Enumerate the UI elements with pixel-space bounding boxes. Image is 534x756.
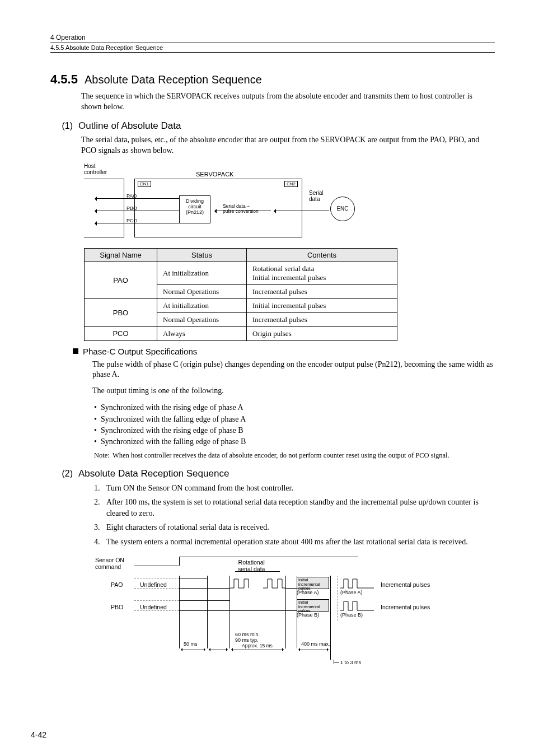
encoder-circle: ENC	[330, 197, 355, 221]
dim-50ms	[182, 650, 204, 650]
dim-extra	[210, 650, 227, 650]
t1-3-label: 1 to 3 ms	[340, 660, 361, 665]
undefined-pao: Undefined	[140, 581, 167, 588]
cn1-label: CN1	[138, 181, 151, 187]
th-signal-name: Signal Name	[85, 248, 157, 262]
serial-data-label: Serial data	[309, 190, 324, 202]
cell: Normal Operations	[157, 312, 247, 326]
inc-pulses-label-pao: Incremental pulses	[381, 581, 430, 588]
t400-label: 400 ms max.	[301, 641, 330, 647]
dim-60ms	[232, 650, 283, 650]
marker-6	[330, 576, 331, 660]
section-title: 4.5.5Absolute Data Reception Sequence	[50, 72, 495, 87]
inc-pulses-pbo	[340, 600, 374, 612]
step-text: Turn ON the Sensor ON command from the h…	[106, 483, 293, 494]
servopack-label: SERVOPACK	[196, 171, 233, 178]
subsection-2-title: Absolute Data Reception Sequence	[78, 468, 229, 479]
list-item: •Synchronized with the falling edge of p…	[94, 414, 495, 425]
cell: Rotational serial data Initial increment…	[247, 262, 397, 284]
section-title-text: Absolute Data Reception Sequence	[85, 73, 262, 86]
host-label: Host controller	[84, 163, 107, 175]
header-subsection: 4.5.5 Absolute Data Reception Sequence	[50, 44, 495, 51]
pao-seg-gap	[285, 588, 297, 589]
phase-a-label-1: (Phase A)	[297, 590, 319, 595]
phase-c-heading: Phase-C Output Specifications	[73, 347, 495, 356]
cell-pco: PCO	[85, 326, 157, 340]
cell: Normal Operations	[157, 284, 247, 298]
iip-box-pbo: Initial incremental pulses	[297, 599, 329, 612]
iip-box-pao: Initial incremental pulses	[297, 577, 329, 589]
sensor-line-low	[134, 566, 179, 566]
phase-c-p1: The pulse width of phase C (origin pulse…	[92, 360, 495, 381]
marker-7	[337, 576, 338, 620]
section-number: 4.5.5	[50, 72, 78, 86]
conv-arrow	[215, 211, 271, 211]
header-rule-1	[50, 43, 495, 43]
step-text: Eight characters of rotational serial da…	[106, 522, 269, 533]
pbo-row-label: PBO	[111, 604, 123, 610]
steps-list: 1.Turn ON the Sensor ON command from the…	[94, 483, 495, 548]
subsection-1-heading: (1) Outline of Absolute Data	[50, 120, 495, 132]
sensor-on-label: Sensor ON command	[95, 557, 124, 570]
list-item: 3.Eight characters of rotational serial …	[94, 522, 495, 533]
cell: Incremental pulses	[247, 284, 397, 298]
phase-b-label-2: (Phase B)	[340, 612, 363, 618]
timing-diagram: Sensor ON command PAO PBO Undefined Unde…	[95, 554, 487, 683]
list-item: •Synchronized with the rising edge of ph…	[94, 425, 495, 436]
rotational-underline	[235, 571, 280, 572]
t1-3-conn	[334, 662, 339, 662]
phase-c-bullets: •Synchronized with the rising edge of ph…	[94, 402, 495, 447]
marker-2	[207, 576, 208, 648]
pbo-seg-1	[179, 600, 229, 601]
table-row: PBO At initialization Initial incrementa…	[85, 298, 397, 312]
pbo-arrow	[95, 211, 179, 211]
host-box	[84, 179, 124, 237]
pbo-seg-low	[179, 610, 297, 611]
dim-400ms	[299, 650, 327, 650]
marker-4	[285, 576, 286, 648]
t60-label: 60 ms min. 90 ms typ.	[235, 632, 260, 643]
block-diagram: Host controller SERVOPACK CN1 CN2 Dividi…	[84, 163, 375, 247]
table-header-row: Signal Name Status Contents	[85, 248, 397, 262]
phase-c-p2: The output timing is one of the followin…	[92, 386, 495, 396]
subsection-1-title: Outline of Absolute Data	[78, 120, 181, 132]
pao-arrow	[95, 198, 179, 199]
square-bullet-icon	[73, 348, 78, 354]
pao-seg-low	[207, 588, 229, 589]
cell-pao: PAO	[85, 262, 157, 298]
list-item: •Synchronized with the falling edge of p…	[94, 436, 495, 447]
pco-arrow	[95, 223, 179, 223]
table-row: PCO Always Origin pulses	[85, 326, 397, 340]
rotational-pulses	[229, 578, 285, 589]
list-item: 4.The system enters a normal incremental…	[94, 536, 495, 548]
dividing-circuit-box: Dividing circuit (Pn212)	[179, 195, 210, 223]
sensor-line-rise	[179, 557, 180, 566]
pbo-dash-bot	[134, 610, 179, 611]
th-contents: Contents	[247, 248, 397, 262]
subsection-2-heading: (2) Absolute Data Reception Sequence	[50, 468, 495, 479]
rotational-label: Rotational serial data	[238, 559, 265, 572]
bullet-text: Synchronized with the falling edge of ph…	[101, 414, 246, 425]
bullet-text: Synchronized with the rising edge of pha…	[101, 402, 243, 413]
t50-label: 50 ms	[184, 641, 198, 647]
subsection-1-num: (1)	[50, 121, 73, 131]
note-text: When host controller receives the data o…	[113, 451, 449, 459]
cell: Initial incremental pulses	[247, 298, 397, 312]
inc-pulses-pao	[340, 578, 374, 589]
header-rule-2	[50, 52, 495, 53]
servopack-box	[134, 179, 302, 237]
sensor-line-high	[179, 557, 358, 557]
enc-arrow	[274, 211, 329, 211]
th-status: Status	[157, 248, 247, 262]
conversion-label: Serial data→ pulse conversion	[223, 204, 259, 214]
signal-table: Signal Name Status Contents PAO At initi…	[84, 248, 397, 341]
cell: Always	[157, 326, 247, 340]
header-chapter: 4 Operation	[50, 34, 495, 41]
step-text: After 100 ms, the system is set to rotat…	[106, 497, 495, 519]
list-item: 1.Turn ON the Sensor ON command from the…	[94, 483, 495, 494]
phase-a-label-2: (Phase A)	[340, 590, 363, 595]
cell: Origin pulses	[247, 326, 397, 340]
phase-b-label-1: (Phase B)	[297, 612, 319, 618]
pao-row-label: PAO	[111, 581, 123, 588]
pao-seg-1b	[179, 588, 207, 589]
